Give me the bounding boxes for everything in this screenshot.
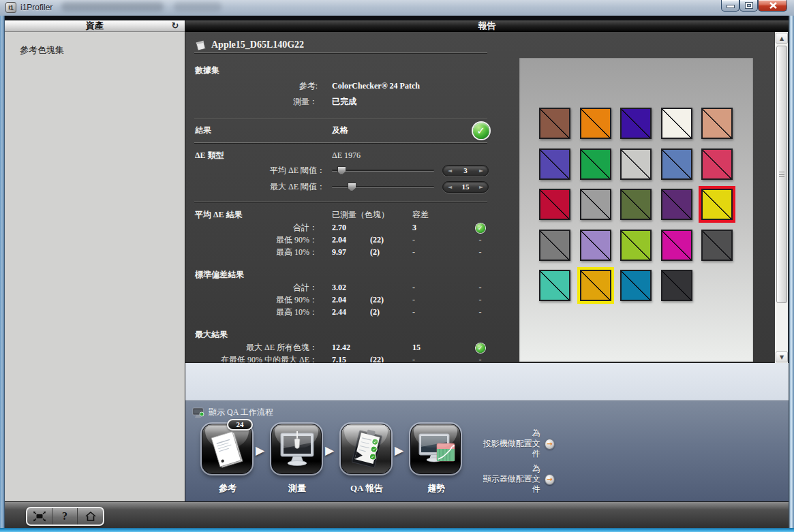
color-patch-1[interactable] — [539, 108, 570, 139]
link-line2: 投影機做配置文件 — [478, 439, 540, 459]
section-title: 標準偏差結果 — [195, 269, 332, 281]
color-patch-4[interactable] — [661, 108, 692, 139]
home-button[interactable] — [78, 508, 103, 525]
row-measured-value: 2.70 — [332, 223, 370, 233]
color-patch-3[interactable] — [620, 108, 652, 139]
row-measured-value: 2.44 — [332, 307, 370, 317]
fullscreen-button[interactable] — [27, 508, 52, 525]
row-status: ✓ — [461, 223, 499, 233]
status-bar: ? — [5, 501, 789, 528]
workflow-step-trend[interactable]: 趨勢 — [410, 424, 462, 495]
row-status: - — [461, 235, 499, 245]
measurement-value: 已完成 — [332, 96, 499, 108]
color-patch-16[interactable] — [539, 230, 570, 261]
color-patch-17[interactable] — [580, 230, 611, 261]
row-status: - — [461, 355, 499, 364]
de-type-row: ΔE 類型 ΔE 1976 — [185, 148, 513, 162]
profile-projector-link[interactable]: 為 投影機做配置文件 → — [478, 428, 555, 459]
color-patch-2[interactable] — [580, 108, 611, 139]
color-patch-11[interactable] — [539, 189, 570, 220]
home-icon — [85, 511, 97, 522]
row-measured-value: 2.04 — [332, 235, 370, 245]
workflow-step-measure[interactable]: 測量 — [271, 424, 323, 495]
color-patch-19[interactable] — [661, 230, 692, 261]
scroll-up-icon[interactable]: ▲ — [776, 33, 788, 44]
row-measured-value: 12.42 — [332, 343, 370, 353]
patch-chart-panel — [519, 58, 753, 362]
workflow-step-qa-report[interactable]: ✓✓✓ QA 報告 — [341, 424, 393, 495]
display-qa-icon — [192, 407, 204, 418]
go-arrow-icon[interactable]: → — [545, 439, 555, 450]
color-patch-9[interactable] — [661, 148, 692, 180]
result-table-row: 最大 ΔE 所有色塊：12.4215✓ — [185, 341, 513, 354]
color-patch-22[interactable] — [580, 270, 611, 301]
trend-chart-icon — [411, 424, 461, 475]
close-icon — [759, 0, 788, 12]
color-patch-14[interactable] — [661, 189, 692, 220]
max-threshold-slider[interactable] — [332, 182, 434, 191]
max-threshold-label: 最大 ΔE 閾值： — [204, 181, 332, 193]
go-arrow-icon[interactable]: → — [545, 474, 555, 485]
scrollbar-thumb[interactable] — [776, 46, 787, 303]
row-measured-value: 2.04 — [332, 295, 370, 305]
minimize-icon — [727, 5, 734, 7]
avg-threshold-slider[interactable] — [332, 166, 434, 175]
pass-check-icon: ✓ — [476, 223, 485, 233]
measurement-label: 測量： — [204, 96, 332, 108]
row-label: 最高 10%： — [204, 307, 332, 318]
background-blur — [61, 2, 164, 12]
result-table-row: 最高 10%：2.44(2)-- — [185, 306, 513, 318]
spinner-increment-icon[interactable]: ► — [478, 184, 485, 191]
vertical-scrollbar[interactable]: ▲ ▼ — [774, 32, 788, 363]
background-blur — [174, 2, 222, 12]
spinner-decrement-icon[interactable]: ◄ — [446, 168, 453, 174]
profile-display-link[interactable]: 為 顯示器做配置文件 → — [478, 464, 555, 495]
avg-threshold-spinner[interactable]: ◄ 3 ► — [442, 165, 489, 176]
max-threshold-spinner[interactable]: ◄ 15 ► — [442, 181, 489, 193]
result-label: 結果 — [195, 125, 332, 136]
color-patch-10[interactable] — [701, 148, 733, 180]
color-patch-20[interactable] — [701, 230, 733, 261]
slider-thumb[interactable] — [337, 166, 346, 175]
avg-threshold-label: 平均 ΔE 閾值： — [204, 165, 332, 176]
close-button[interactable] — [758, 0, 787, 12]
section-title: 最大結果 — [195, 329, 332, 341]
spinner-decrement-icon[interactable]: ◄ — [446, 184, 453, 191]
row-measured-value: 9.97 — [332, 247, 370, 257]
color-patch-5[interactable] — [701, 108, 733, 139]
maximize-button[interactable] — [739, 0, 758, 12]
row-label: 最低 90%： — [204, 294, 332, 306]
minimize-button[interactable] — [721, 0, 739, 12]
patch-grid — [539, 108, 733, 301]
color-patch-24[interactable] — [661, 270, 692, 301]
profile-title-row: Apple15_D65L140G22 — [185, 37, 513, 52]
refresh-icon[interactable]: ↻ — [170, 20, 181, 31]
color-patch-15[interactable] — [701, 189, 733, 220]
avg-de-threshold-row: 平均 ΔE 閾值： ◄ 3 ► — [185, 162, 513, 178]
color-patch-8[interactable] — [620, 148, 652, 180]
slider-thumb[interactable] — [348, 183, 356, 191]
help-button[interactable]: ? — [52, 508, 78, 525]
color-patch-12[interactable] — [580, 189, 611, 220]
row-tolerance: 15 — [412, 343, 461, 353]
scroll-down-icon[interactable]: ▼ — [776, 351, 788, 362]
assets-header-label: 資產 — [86, 20, 104, 31]
color-patch-21[interactable] — [539, 270, 570, 301]
spinner-increment-icon[interactable]: ► — [478, 168, 485, 174]
scrollbar-grip — [779, 172, 784, 177]
row-tolerance: - — [412, 295, 461, 305]
workflow-arrow-icon: ▶ — [256, 443, 264, 457]
color-patch-6[interactable] — [539, 148, 570, 180]
color-patch-18[interactable] — [620, 230, 652, 261]
reference-pages-icon — [202, 424, 253, 475]
divider — [194, 202, 487, 202]
link-line1: 為 — [478, 464, 540, 474]
row-patch-count: (22) — [370, 235, 412, 245]
avg-threshold-value: 3 — [463, 166, 468, 174]
color-patch-23[interactable] — [620, 270, 652, 301]
row-label: 在最低 90% 中的最大 ΔE： — [204, 354, 332, 364]
workflow-step-reference[interactable]: 24 參考 — [202, 424, 254, 495]
sidebar-item-reference-patch-set[interactable]: 參考色塊集 — [5, 32, 185, 57]
color-patch-13[interactable] — [620, 189, 652, 220]
color-patch-7[interactable] — [580, 148, 611, 180]
